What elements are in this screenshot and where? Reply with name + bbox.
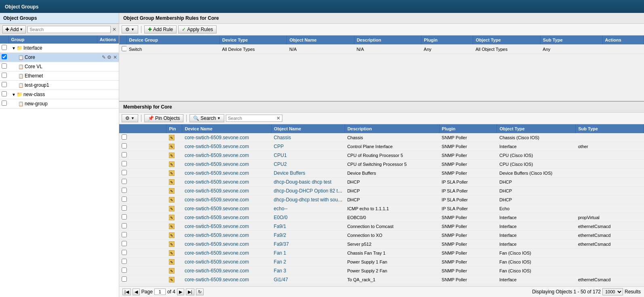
device-name[interactable]: core-swtich-6509.sevone.com (182, 257, 271, 266)
edit-icon[interactable]: ✎ (169, 241, 175, 247)
device-name[interactable]: core-swtich-6509.sevone.com (182, 151, 271, 160)
row-check[interactable] (119, 275, 166, 284)
settings-action-icon[interactable]: ⚙ (107, 54, 112, 60)
row-check[interactable] (0, 99, 8, 109)
device-name[interactable]: core-swtich-6509.sevone.com (182, 204, 271, 213)
device-name[interactable]: core-swtich-6509.sevone.com (182, 275, 271, 284)
edit-icon[interactable]: ✎ (169, 144, 175, 149)
edit-icon[interactable]: ✎ (169, 179, 175, 185)
device-name[interactable]: core-swtich-6509.sevone.com (182, 222, 271, 231)
tree-row-core-vl[interactable]: 📋 Core VL (0, 62, 119, 71)
add-button[interactable]: ✚ Add ▼ (2, 25, 26, 33)
object-name[interactable]: E0O/0 (271, 213, 345, 222)
edit-icon[interactable]: ✎ (169, 277, 175, 282)
edit-icon[interactable]: ✎ (169, 268, 175, 274)
device-name[interactable]: core-swtich-6509.sevone.com (182, 266, 271, 275)
row-check[interactable] (119, 142, 166, 151)
row-check[interactable] (119, 249, 166, 257)
search-dropdown-button[interactable]: 🔍 Search ▼ (189, 114, 224, 122)
row-check[interactable] (119, 151, 166, 160)
device-name[interactable]: core-swtich-6509.sevone.com (182, 178, 271, 186)
pin-objects-button[interactable]: 📌 Pin Objects (144, 114, 183, 122)
object-name[interactable]: Fa9/2 (271, 231, 345, 240)
object-name[interactable]: dhcp-Doug-basic dhcp test (271, 178, 345, 186)
group-search-input[interactable] (27, 26, 111, 33)
device-name[interactable]: core-swtich-6509.sevone.com (182, 133, 271, 142)
edit-icon[interactable]: ✎ (169, 224, 175, 229)
row-check[interactable] (119, 257, 166, 266)
row-check[interactable] (119, 186, 166, 195)
row-check[interactable] (119, 222, 166, 231)
object-name[interactable]: Gi1/47 (271, 275, 345, 284)
object-name[interactable]: Device Buffers (271, 169, 345, 178)
device-name[interactable]: core-swtich-6509.sevone.com (182, 249, 271, 257)
edit-icon[interactable]: ✎ (169, 188, 175, 194)
row-check[interactable] (0, 53, 8, 62)
device-name[interactable]: core-swtich-6509.sevone.com (182, 195, 271, 204)
edit-icon[interactable]: ✎ (169, 135, 175, 140)
first-page-button[interactable]: |◀ (122, 289, 131, 295)
membership-search-input[interactable] (226, 115, 275, 121)
edit-icon[interactable]: ✎ (169, 153, 175, 158)
row-check[interactable] (0, 44, 8, 53)
object-name[interactable]: Fa9/37 (271, 240, 345, 249)
search-clear-button[interactable]: ✕ (112, 27, 116, 32)
edit-icon[interactable]: ✎ (169, 259, 175, 265)
next-page-button[interactable]: ▶ (177, 289, 184, 295)
object-name[interactable]: Fan 3 (271, 266, 345, 275)
delete-action-icon[interactable]: ✕ (113, 54, 117, 60)
refresh-button[interactable]: ↻ (196, 289, 204, 295)
row-check[interactable] (119, 133, 166, 142)
device-name[interactable]: core-swtich-6509.sevone.com (182, 142, 271, 151)
add-rule-button[interactable]: ✚ Add Rule (144, 25, 177, 33)
edit-icon[interactable]: ✎ (169, 250, 175, 256)
object-name[interactable]: Fa9/1 (271, 222, 345, 231)
row-check[interactable] (0, 81, 8, 90)
row-check[interactable] (119, 160, 166, 169)
edit-icon[interactable]: ✎ (169, 215, 175, 220)
object-name[interactable]: CPP (271, 142, 345, 151)
edit-icon[interactable]: ✎ (169, 232, 175, 238)
row-check[interactable] (0, 62, 8, 71)
row-check[interactable] (119, 266, 166, 275)
edit-action-icon[interactable]: ✎ (102, 54, 106, 60)
results-select[interactable]: 1000 500 250 100 50 (602, 288, 623, 295)
row-check[interactable] (119, 169, 166, 178)
tree-row-ethernet[interactable]: 📋 Ethernet (0, 71, 119, 81)
object-name[interactable]: CPU2 (271, 160, 345, 169)
edit-icon[interactable]: ✎ (169, 197, 175, 203)
edit-icon[interactable]: ✎ (169, 170, 175, 176)
row-check[interactable] (0, 90, 8, 99)
object-name[interactable]: CPU1 (271, 151, 345, 160)
device-name[interactable]: core-swtich-6509.sevone.com (182, 231, 271, 240)
object-name[interactable]: Chassis (271, 133, 345, 142)
row-check[interactable] (119, 204, 166, 213)
page-input[interactable] (154, 289, 166, 295)
prev-page-button[interactable]: ◀ (133, 289, 140, 295)
row-check[interactable] (119, 195, 166, 204)
last-page-button[interactable]: ▶| (186, 289, 194, 295)
device-name[interactable]: core-swtich-6509.sevone.com (182, 240, 271, 249)
tree-row-core[interactable]: 📋 Core ✎ ⚙ ✕ (0, 53, 119, 62)
tree-row-test-group1[interactable]: 📋 test-group1 (0, 81, 119, 90)
edit-icon[interactable]: ✎ (169, 206, 175, 211)
row-check[interactable] (0, 71, 8, 81)
row-check[interactable] (119, 213, 166, 222)
row-check[interactable] (119, 178, 166, 186)
device-name[interactable]: core-swtich-6509.sevone.com (182, 160, 271, 169)
object-name[interactable]: Fan 2 (271, 257, 345, 266)
edit-icon[interactable]: ✎ (169, 161, 175, 167)
object-name[interactable]: Fan 1 (271, 249, 345, 257)
device-name[interactable]: core-swtich-6509.sevone.com (182, 169, 271, 178)
tree-row-new-group[interactable]: 📋 new-group (0, 99, 119, 109)
object-name[interactable]: dhcp-Doug-dhcp test with source ip (271, 195, 345, 204)
device-name[interactable]: core-swtich-6509.sevone.com (182, 213, 271, 222)
bottom-settings-button[interactable]: ⚙ ▼ (122, 114, 138, 122)
device-name[interactable]: core-swtich-6509.sevone.com (182, 186, 271, 195)
row-check[interactable] (119, 240, 166, 249)
apply-rules-button[interactable]: ✓ Apply Rules (178, 25, 217, 33)
settings-button[interactable]: ⚙ ▼ (122, 25, 138, 33)
object-name[interactable]: echo-- (271, 204, 345, 213)
row-check[interactable] (119, 231, 166, 240)
membership-search-clear[interactable]: ✕ (275, 115, 282, 121)
